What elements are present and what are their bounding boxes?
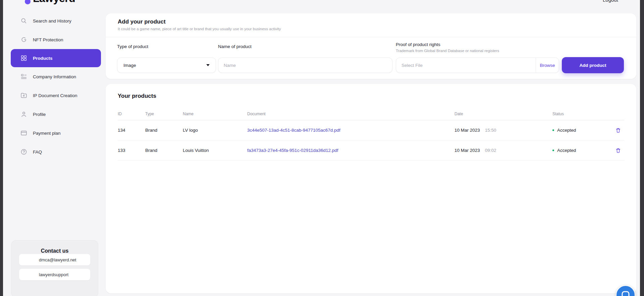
sidebar-item-profile[interactable]: Profile bbox=[11, 105, 101, 124]
sidebar-item-label: Payment plan bbox=[33, 131, 61, 136]
products-table: IDTypeNameDocumentDateStatus 134BrandLV … bbox=[118, 99, 624, 161]
sidebar-nav: Search and HistoryNFT ProtectionProducts… bbox=[3, 11, 105, 161]
status-badge: Accepted bbox=[552, 128, 606, 133]
cell-id: 134 bbox=[118, 128, 145, 133]
grid-icon bbox=[20, 54, 28, 62]
cell-id: 133 bbox=[118, 148, 145, 153]
cell-type: Brand bbox=[145, 128, 183, 133]
logout-button[interactable]: Logout bbox=[603, 0, 618, 3]
sidebar-item-label: IP Document Creation bbox=[33, 93, 77, 98]
trash-icon bbox=[615, 147, 622, 154]
column-header-status: Status bbox=[552, 112, 606, 116]
contact-support: lawyerdsupport bbox=[39, 272, 68, 277]
app-window: Lawyerd Logout Search and HistoryNFT Pro… bbox=[0, 0, 644, 296]
cell-document: fa3473a3-27e4-45fa-951c-02911da36d12.pdf bbox=[247, 148, 454, 153]
add-product-subtitle: It could be a game name, piece of art ti… bbox=[118, 27, 624, 31]
browse-button[interactable]: Browse bbox=[536, 63, 559, 68]
cell-date: 10 Mar 202315:50 bbox=[454, 128, 552, 133]
sidebar-item-products[interactable]: Products bbox=[11, 49, 101, 67]
proof-file-field: Select File Browse bbox=[396, 57, 559, 73]
chevron-down-icon bbox=[206, 64, 210, 66]
window-edge-left bbox=[0, 0, 3, 296]
sidebar-item-payment-plan[interactable]: Payment plan bbox=[11, 124, 101, 142]
window-edge-right bbox=[640, 0, 644, 296]
date-text: 10 Mar 2023 bbox=[454, 148, 480, 153]
name-of-product-field bbox=[218, 57, 392, 73]
cell-type: Brand bbox=[145, 148, 183, 153]
status-label: Accepted bbox=[557, 148, 576, 153]
column-header-type: Type bbox=[145, 112, 183, 116]
card-divider bbox=[106, 37, 636, 37]
add-product-button[interactable]: Add product bbox=[562, 57, 624, 73]
sidebar-item-company-information[interactable]: Company Information bbox=[11, 67, 101, 86]
card-icon bbox=[20, 129, 28, 137]
cell-date: 10 Mar 202309:02 bbox=[454, 148, 552, 153]
sidebar-item-search-and-history[interactable]: Search and History bbox=[11, 11, 101, 30]
folder-plus-icon bbox=[20, 92, 28, 99]
column-header-document: Document bbox=[247, 112, 454, 116]
time-text: 15:50 bbox=[485, 128, 496, 133]
document-link[interactable]: fa3473a3-27e4-45fa-951c-02911da36d12.pdf bbox=[247, 148, 338, 153]
search-icon bbox=[20, 17, 28, 25]
logo-text: Lawyerd bbox=[33, 0, 75, 5]
add-product-card: Add your product It could be a game name… bbox=[106, 13, 636, 79]
column-header-date: Date bbox=[454, 112, 552, 116]
your-products-card: Your products IDTypeNameDocumentDateStat… bbox=[106, 84, 636, 293]
envelope-icon bbox=[28, 257, 35, 263]
sidebar-item-label: FAQ bbox=[33, 150, 42, 155]
contact-email: dmca@lawyerd.net bbox=[39, 257, 76, 262]
sidebar-item-label: Search and History bbox=[33, 18, 71, 24]
cell-document: 3c44e507-13ad-4c51-8cab-9477105ac67d.pdf bbox=[247, 128, 454, 133]
chat-bubble-icon bbox=[621, 290, 631, 296]
user-icon bbox=[20, 111, 28, 118]
sidebar-item-label: NFT Protection bbox=[33, 37, 63, 42]
sidebar-item-label: Profile bbox=[33, 112, 46, 117]
delete-row-button[interactable] bbox=[615, 127, 622, 134]
table-header-row: IDTypeNameDocumentDateStatus bbox=[118, 99, 624, 120]
table-row: 134BrandLV logo3c44e507-13ad-4c51-8cab-9… bbox=[118, 120, 624, 140]
row-actions bbox=[606, 127, 624, 134]
sidebar-item-label: Company Information bbox=[33, 74, 76, 79]
sidebar-item-ip-document-creation[interactable]: IP Document Creation bbox=[11, 86, 101, 105]
nft-icon bbox=[20, 36, 28, 43]
sidebar-item-faq[interactable]: FAQ bbox=[11, 142, 101, 161]
status-label: Accepted bbox=[557, 128, 576, 133]
row-actions bbox=[606, 147, 624, 154]
type-of-product-select[interactable]: Image bbox=[117, 57, 216, 73]
proof-hint: Trademark from Global Brand Database or … bbox=[396, 49, 499, 53]
sidebar-item-nft-protection[interactable]: NFT Protection bbox=[11, 30, 101, 49]
trash-icon bbox=[615, 127, 622, 134]
your-products-title: Your products bbox=[106, 84, 636, 99]
date-text: 10 Mar 2023 bbox=[454, 128, 480, 133]
contact-panel: Contact us dmca@lawyerd.net lawyerdsuppo… bbox=[11, 240, 98, 296]
column-header-name: Name bbox=[183, 112, 247, 116]
send-icon bbox=[28, 271, 35, 278]
status-dot-icon bbox=[552, 129, 554, 131]
column-header-id: ID bbox=[118, 112, 145, 116]
table-row: 133BrandLouis Vuittonfa3473a3-27e4-45fa-… bbox=[118, 140, 624, 161]
logo-dot-icon bbox=[25, 0, 31, 4]
status-badge: Accepted bbox=[552, 148, 606, 153]
type-of-product-label: Type of product bbox=[117, 44, 148, 49]
proof-label: Proof of product rights bbox=[396, 42, 440, 47]
type-of-product-value: Image bbox=[123, 63, 136, 68]
add-product-title: Add your product bbox=[118, 18, 624, 25]
name-of-product-label: Name of product bbox=[218, 44, 252, 49]
name-of-product-input[interactable] bbox=[224, 63, 387, 68]
contact-support-row[interactable]: lawyerdsupport bbox=[19, 269, 90, 280]
contact-title: Contact us bbox=[11, 248, 98, 254]
delete-row-button[interactable] bbox=[615, 147, 622, 154]
question-icon bbox=[20, 148, 28, 156]
sidebar-item-label: Products bbox=[33, 56, 53, 61]
document-link[interactable]: 3c44e507-13ad-4c51-8cab-9477105ac67d.pdf bbox=[247, 128, 340, 133]
cell-name: Louis Vuitton bbox=[183, 148, 247, 153]
contact-email-row[interactable]: dmca@lawyerd.net bbox=[19, 254, 90, 265]
cell-name: LV logo bbox=[183, 128, 247, 133]
time-text: 09:02 bbox=[485, 148, 496, 153]
file-select-input[interactable]: Select File bbox=[396, 63, 536, 68]
company-icon bbox=[20, 73, 28, 80]
status-dot-icon bbox=[552, 150, 554, 151]
